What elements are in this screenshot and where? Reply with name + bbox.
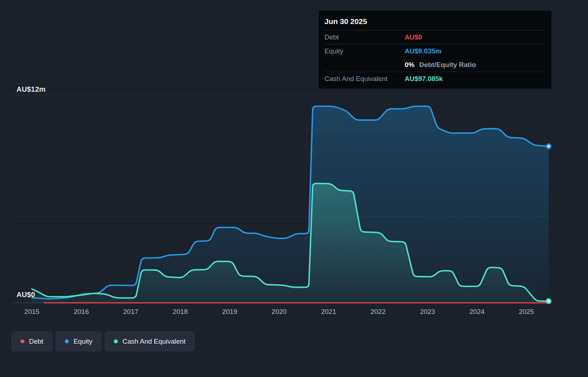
cash-dot-icon (114, 339, 118, 343)
legend-item-equity[interactable]: Equity (56, 331, 102, 352)
y-axis-label-zero: AU$0 (16, 291, 35, 299)
tooltip-cash-label: Cash And Equivalent (324, 75, 405, 83)
legend-cash-label: Cash And Equivalent (122, 338, 185, 345)
debt-dot-icon (20, 339, 24, 343)
legend-debt-label: Debt (29, 338, 43, 345)
ratio-percent: 0% (405, 61, 414, 68)
cash-end-marker-center (548, 300, 550, 302)
legend-item-cash[interactable]: Cash And Equivalent (105, 331, 195, 352)
legend-item-debt[interactable]: Debt (11, 331, 53, 352)
equity-area (32, 106, 549, 303)
tooltip-date: Jun 30 2025 (324, 15, 546, 30)
equity-end-marker-center (548, 145, 550, 147)
tooltip-debt-row: Debt AU$0 (324, 30, 546, 44)
ratio-label: Debt/Equity Ratio (419, 61, 476, 68)
tooltip-ratio-row: 0% Debt/Equity Ratio (324, 58, 546, 72)
tooltip-debt-value: AU$0 (405, 33, 422, 41)
equity-dot-icon (65, 339, 69, 343)
legend: Debt Equity Cash And Equivalent (11, 331, 195, 352)
tooltip-equity-value: AU$9.035m (405, 47, 441, 55)
legend-equity-label: Equity (73, 338, 92, 345)
debt-equity-history-screen: AU$12m AU$0 2015201620172018201920202021… (0, 0, 588, 377)
tooltip-ratio-value: 0% Debt/Equity Ratio (405, 61, 476, 69)
tooltip-cash-value: AU$97.085k (405, 75, 443, 83)
tooltip-cash-row: Cash And Equivalent AU$97.085k (324, 72, 546, 86)
tooltip-equity-label: Equity (324, 47, 405, 55)
chart-tooltip: Jun 30 2025 Debt AU$0 Equity AU$9.035m 0… (319, 11, 551, 89)
tooltip-equity-row: Equity AU$9.035m (324, 44, 546, 58)
tooltip-debt-label: Debt (324, 33, 405, 41)
y-axis-label-max: AU$12m (16, 85, 45, 94)
